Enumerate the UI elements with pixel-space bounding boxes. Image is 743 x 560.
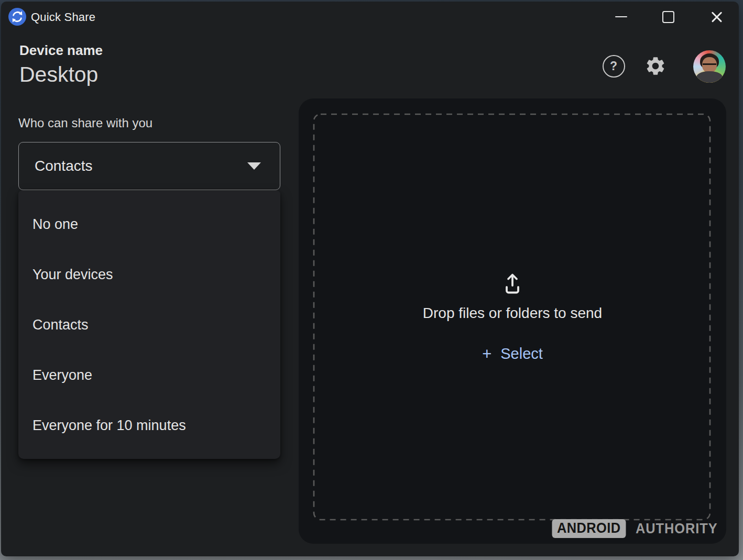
visibility-dropdown[interactable]: Contacts <box>18 142 280 190</box>
visibility-option-label: Everyone <box>32 367 92 383</box>
drop-zone-message: Drop files or folders to send <box>423 305 602 322</box>
watermark-authority: AUTHORITY <box>635 521 717 537</box>
app-title: Quick Share <box>31 10 95 24</box>
visibility-option-label: Your devices <box>32 267 113 283</box>
visibility-option-label: Everyone for 10 minutes <box>32 418 186 434</box>
visibility-options-menu: No one Your devices Contacts Everyone Ev… <box>18 191 280 459</box>
avatar-glasses <box>703 63 716 68</box>
select-files-button[interactable]: + Select <box>479 345 546 363</box>
visibility-option-label: Contacts <box>32 317 89 333</box>
watermark: ANDROID AUTHORITY <box>550 519 720 538</box>
visibility-option[interactable]: No one <box>18 199 280 249</box>
minimize-icon <box>615 16 627 18</box>
help-icon: ? <box>603 55 625 78</box>
minimize-button[interactable] <box>608 5 634 29</box>
visibility-option[interactable]: Everyone for 10 minutes <box>18 400 280 451</box>
gear-icon <box>644 55 666 77</box>
avatar-shoulders <box>696 71 723 83</box>
titlebar: Quick Share <box>1 2 739 33</box>
select-button-label: Select <box>500 345 543 363</box>
visibility-option-label: No one <box>32 216 78 233</box>
plus-icon: + <box>482 346 491 362</box>
quick-share-window: Quick Share Device name Desktop ? Who ca… <box>1 2 739 556</box>
watermark-android: ANDROID <box>552 519 626 538</box>
device-name-value: Desktop <box>19 62 98 87</box>
visibility-option[interactable]: Contacts <box>18 300 280 350</box>
close-icon <box>710 10 724 24</box>
who-can-share-label: Who can share with you <box>18 116 152 130</box>
drop-zone[interactable]: Drop files or folders to send + Select A… <box>299 98 726 544</box>
chevron-down-icon <box>247 162 261 170</box>
help-button[interactable]: ? <box>600 53 627 79</box>
settings-button[interactable] <box>642 53 669 79</box>
quick-share-logo-icon <box>8 7 27 26</box>
maximize-button[interactable] <box>655 5 681 29</box>
maximize-icon <box>662 11 674 23</box>
visibility-option[interactable]: Your devices <box>18 249 280 300</box>
drop-zone-content: Drop files or folders to send + Select <box>299 271 726 363</box>
upload-icon <box>500 271 525 295</box>
device-name-label: Device name <box>19 42 103 59</box>
visibility-dropdown-value: Contacts <box>35 158 93 174</box>
account-avatar[interactable] <box>693 50 726 83</box>
visibility-option[interactable]: Everyone <box>18 350 280 400</box>
close-button[interactable] <box>704 5 730 29</box>
